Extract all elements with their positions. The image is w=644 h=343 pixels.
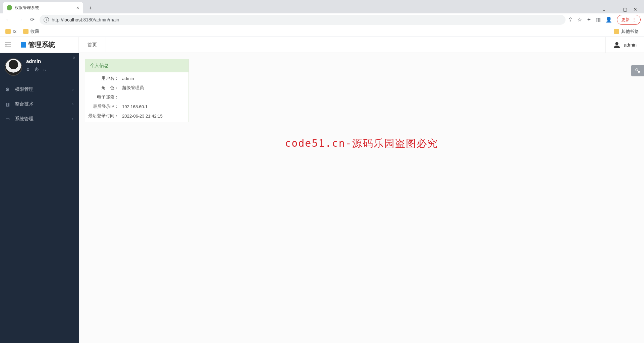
bookmarks-bar: rx 收藏 其他书签: [0, 26, 644, 37]
content-area: 个人信息 用户名：admin 角 色：超级管理员 电子邮箱： 最后登录IP：19…: [79, 53, 644, 343]
barcode-icon: ▥: [5, 101, 11, 107]
extensions-icon[interactable]: ✦: [587, 16, 591, 23]
row-role: 角 色：超级管理员: [85, 83, 189, 92]
folder-icon: [614, 29, 619, 34]
theme-settings-button[interactable]: [631, 65, 644, 76]
top-user[interactable]: admin: [605, 37, 644, 53]
bookmark-rx[interactable]: rx: [5, 29, 16, 34]
card-icon: ▭: [5, 116, 11, 122]
browser-nav-bar: ← → ⟳ i http://localhost:8180/admin/main…: [0, 13, 644, 26]
row-username: 用户名：admin: [85, 74, 189, 83]
chevron-down-icon[interactable]: ⌄: [602, 7, 606, 12]
update-button[interactable]: 更新 ⋮: [617, 15, 641, 25]
brand-text: 管理系统: [28, 40, 55, 49]
update-label: 更新: [621, 17, 630, 23]
row-email: 电子邮箱：: [85, 92, 189, 102]
power-icon[interactable]: ⏻: [35, 67, 39, 72]
svg-point-2: [638, 71, 640, 73]
browser-tab-strip: 权限管理系统 × + ⌄ — ▢ ✕: [0, 0, 644, 13]
gears-icon: [634, 67, 641, 74]
kebab-icon: ⋮: [632, 17, 636, 22]
site-info-icon[interactable]: i: [44, 17, 49, 22]
home-icon[interactable]: ⌂: [43, 67, 46, 72]
row-ip: 最后登录IP：192.168.60.1: [85, 102, 189, 111]
chevron-right-icon: ›: [72, 87, 73, 92]
app-topbar: 管理系统 首页 admin: [0, 37, 644, 53]
gear-icon[interactable]: ⚙: [26, 67, 30, 72]
folder-icon: [5, 29, 11, 34]
reload-button[interactable]: ⟳: [28, 15, 37, 24]
sidebar-item-label: 整合技术: [15, 101, 34, 107]
row-time: 最后登录时间：2022-06-23 21:42:15: [85, 111, 189, 121]
sidebar-item-label: 系统管理: [15, 116, 34, 122]
sidebar-user-block: × admin ⚙ ⏻ ⌂: [0, 53, 79, 80]
window-controls: ⌄ — ▢ ✕: [598, 7, 641, 13]
sidebar-item-system[interactable]: ▭系统管理 ›: [0, 112, 79, 126]
sidebar-item-integration[interactable]: ▥整合技术 ›: [0, 97, 79, 112]
panel-title: 个人信息: [85, 59, 189, 72]
sidebar: × admin ⚙ ⏻ ⌂ ⚙权限管理 › ▥整合技术 › ▭系统管理: [0, 53, 79, 343]
minimize-icon[interactable]: —: [612, 7, 617, 12]
avatar: [5, 58, 22, 76]
sidebar-item-label: 权限管理: [15, 86, 34, 92]
forward-button[interactable]: →: [15, 15, 25, 24]
tab-favicon-icon: [7, 5, 12, 10]
tab-title: 权限管理系统: [15, 5, 39, 11]
folder-icon: [23, 29, 29, 34]
sidebar-close-icon[interactable]: ×: [73, 55, 75, 60]
app-body: × admin ⚙ ⏻ ⌂ ⚙权限管理 › ▥整合技术 › ▭系统管理: [0, 53, 644, 343]
browser-tab[interactable]: 权限管理系统 ×: [3, 2, 83, 13]
chevron-right-icon: ›: [72, 117, 73, 121]
other-bookmarks[interactable]: 其他书签: [614, 28, 639, 35]
sidebar-menu: ⚙权限管理 › ▥整合技术 › ▭系统管理 ›: [0, 82, 79, 126]
url-text: http://localhost:8180/admin/main: [52, 17, 119, 22]
svg-point-1: [636, 69, 638, 71]
panel-body: 用户名：admin 角 色：超级管理员 电子邮箱： 最后登录IP：192.168…: [85, 72, 189, 122]
chevron-right-icon: ›: [72, 102, 73, 107]
sidebar-user-name: admin: [26, 58, 46, 64]
tab-close-icon[interactable]: ×: [76, 5, 79, 10]
maximize-icon[interactable]: ▢: [623, 7, 627, 12]
profile-panel: 个人信息 用户名：admin 角 色：超级管理员 电子邮箱： 最后登录IP：19…: [85, 59, 189, 122]
side-panel-icon[interactable]: ▥: [596, 16, 601, 23]
back-button[interactable]: ←: [3, 15, 13, 24]
sidebar-toggle[interactable]: [0, 37, 16, 53]
user-icon: [613, 41, 621, 49]
close-icon[interactable]: ✕: [633, 7, 637, 12]
bookmark-fav[interactable]: 收藏: [23, 28, 39, 35]
sidebar-item-permission[interactable]: ⚙权限管理 ›: [0, 82, 79, 97]
breadcrumb[interactable]: 首页: [79, 37, 106, 53]
top-user-name: admin: [624, 42, 637, 48]
watermark-text: code51.cn-源码乐园盗图必究: [285, 137, 438, 150]
cogs-icon: ⚙: [5, 87, 11, 92]
url-bar[interactable]: i http://localhost:8180/admin/main: [40, 15, 566, 25]
brand: 管理系统: [16, 37, 79, 53]
svg-point-0: [615, 42, 618, 45]
profile-icon[interactable]: 👤: [605, 16, 612, 23]
new-tab-button[interactable]: +: [86, 3, 95, 13]
share-icon[interactable]: ⇪: [568, 16, 573, 23]
bookmark-star-icon[interactable]: ☆: [577, 16, 582, 23]
brand-mark-icon: [21, 42, 26, 48]
